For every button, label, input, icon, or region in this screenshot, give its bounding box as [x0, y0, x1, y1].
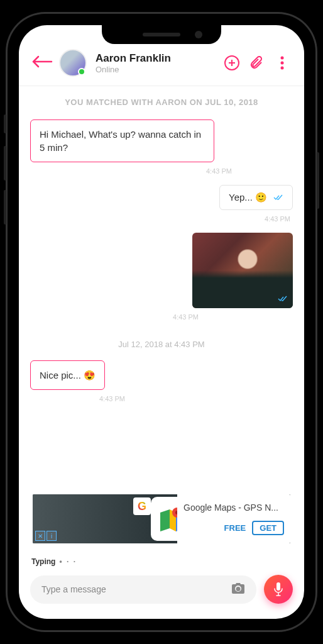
avatar[interactable]	[59, 49, 87, 77]
message-time: 4:43 PM	[173, 313, 199, 321]
front-camera	[195, 31, 202, 38]
mute-switch	[4, 114, 6, 133]
power-button	[317, 152, 319, 209]
match-banner: YOU MATCHED WITH AARON ON JUL 10, 2018	[30, 97, 293, 107]
back-button[interactable]	[31, 55, 53, 71]
online-indicator	[78, 68, 85, 75]
ad-content: G Google Maps - GPS N... FREE GET ✕ i	[33, 494, 290, 543]
input-placeholder: Type a message	[41, 584, 106, 594]
contact-name: Aaron Franklin	[96, 52, 216, 65]
typing-label: Typing	[31, 557, 55, 566]
typing-dots-icon: • · ·	[59, 557, 77, 566]
screen: Aaron Franklin Online YOU MATCHED WITH A…	[19, 25, 304, 619]
message-text: Hi Michael, What's up? wanna catch in 5 …	[40, 129, 201, 153]
volume-up	[4, 146, 6, 180]
svg-point-2	[281, 62, 284, 65]
message-input[interactable]: Type a message	[30, 575, 256, 604]
message-time: 4:43 PM	[99, 395, 125, 402]
svg-point-1	[281, 57, 284, 60]
read-receipt-icon	[273, 193, 283, 203]
attachment-button[interactable]	[248, 55, 266, 70]
svg-point-3	[281, 67, 284, 70]
volume-down	[4, 190, 6, 225]
ad-banner[interactable]: G Google Maps - GPS N... FREE GET ✕ i	[33, 494, 290, 543]
ad-get-button[interactable]: GET	[252, 521, 284, 535]
ad-info: Google Maps - GPS N... FREE GET	[177, 494, 290, 543]
message-incoming: Nice pic... 😍	[30, 360, 105, 390]
voice-button[interactable]	[264, 575, 293, 604]
input-bar: Type a message	[19, 570, 304, 619]
header-text: Aaron Franklin Online	[96, 52, 216, 74]
phone-frame: Aaron Franklin Online YOU MATCHED WITH A…	[8, 14, 315, 630]
svg-marker-5	[160, 509, 170, 531]
message-incoming: Hi Michael, What's up? wanna catch in 5 …	[30, 119, 214, 162]
google-badge-icon: G	[133, 497, 151, 515]
ad-controls: ✕ i	[35, 531, 57, 541]
message-time: 4:43 PM	[206, 167, 232, 175]
chat-area[interactable]: YOU MATCHED WITH AARON ON JUL 10, 2018 H…	[19, 86, 304, 551]
read-receipt-icon	[278, 293, 288, 304]
status-label: Online	[96, 65, 216, 74]
typing-indicator: Typing • · ·	[19, 551, 304, 570]
date-separator: Jul 12, 2018 at 4:43 PM	[30, 340, 293, 349]
message-outgoing: Yep... 🙂	[219, 185, 293, 210]
speaker	[143, 33, 180, 36]
message-time: 4:43 PM	[265, 215, 290, 223]
ad-info-button[interactable]: i	[47, 531, 57, 541]
svg-rect-10	[276, 582, 280, 591]
message-text: Nice pic... 😍	[40, 370, 96, 380]
ad-title: Google Maps - GPS N...	[183, 502, 284, 513]
message-photo[interactable]	[192, 233, 293, 308]
message-text: Yep... 🙂	[229, 192, 267, 203]
more-button[interactable]	[273, 56, 292, 70]
ad-price-label: FREE	[224, 523, 246, 533]
notch	[102, 25, 221, 44]
add-button[interactable]	[222, 55, 241, 71]
camera-icon[interactable]	[231, 583, 245, 596]
ad-close-button[interactable]: ✕	[35, 531, 45, 541]
